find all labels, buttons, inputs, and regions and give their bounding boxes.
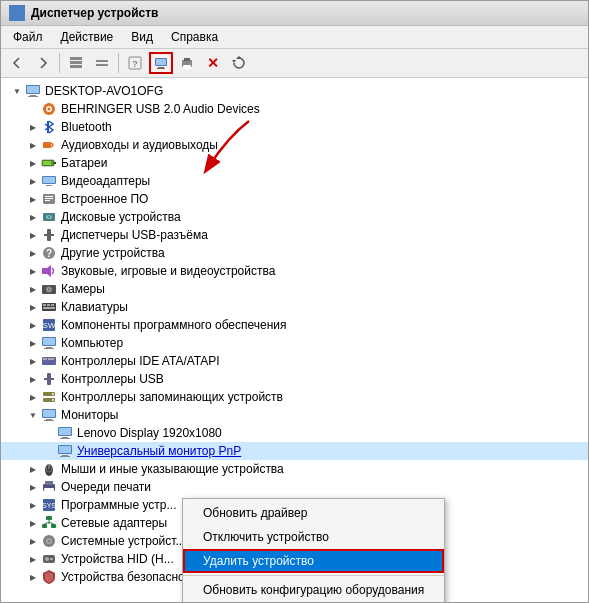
expand-network[interactable] xyxy=(25,515,41,531)
expand-prog[interactable] xyxy=(25,497,41,513)
svg-text:SYS: SYS xyxy=(42,502,56,509)
expand-print[interactable] xyxy=(25,479,41,495)
window-icon xyxy=(9,5,25,21)
ctx-uninstall-device[interactable]: Удалить устройство xyxy=(183,549,444,573)
print-button[interactable] xyxy=(175,52,199,74)
expand-hid[interactable] xyxy=(25,551,41,567)
tree-item-audio-ports[interactable]: Аудиовходы и аудиовыходы xyxy=(1,136,588,154)
menu-view[interactable]: Вид xyxy=(123,28,161,46)
tree-item-other[interactable]: ? Другие устройства xyxy=(1,244,588,262)
tree-item-disk[interactable]: Дисковые устройства xyxy=(1,208,588,226)
svg-rect-33 xyxy=(46,185,52,186)
svg-point-98 xyxy=(48,540,51,543)
expand-disk[interactable] xyxy=(25,209,41,225)
tree-item-firmware[interactable]: Встроенное ПО xyxy=(1,190,588,208)
tree-item-mice[interactable]: Мыши и иные указывающие устройства xyxy=(1,460,588,478)
ctx-scan-hw[interactable]: Обновить конфигурацию оборудования xyxy=(183,578,444,602)
tree-item-bluetooth[interactable]: Bluetooth xyxy=(1,118,588,136)
tree-item-cameras[interactable]: Камеры xyxy=(1,280,588,298)
svg-text:SW: SW xyxy=(43,321,56,330)
svg-rect-13 xyxy=(156,59,166,65)
expand-audio-ports[interactable] xyxy=(25,137,41,153)
universal-label: Универсальный монитор PnP xyxy=(77,444,588,458)
expand-ide[interactable] xyxy=(25,353,41,369)
update-button[interactable] xyxy=(227,52,251,74)
ctx-update-driver[interactable]: Обновить драйвер xyxy=(183,501,444,525)
tree-item-print[interactable]: Очереди печати xyxy=(1,478,588,496)
expand-usb-ctrl[interactable] xyxy=(25,227,41,243)
expand-monitors[interactable] xyxy=(25,407,41,423)
disk-icon xyxy=(41,209,57,225)
back-button[interactable] xyxy=(5,52,29,74)
keyboards-label: Клавиатуры xyxy=(61,300,588,314)
tree-item-batteries[interactable]: Батареи xyxy=(1,154,588,172)
svg-rect-12 xyxy=(157,68,165,69)
display-computer-button[interactable] xyxy=(149,52,173,74)
forward-button[interactable] xyxy=(31,52,55,74)
computer-icon xyxy=(25,83,41,99)
expand-batteries[interactable] xyxy=(25,155,41,171)
svg-text:?: ? xyxy=(132,59,138,69)
storage-label: Контроллеры запоминающих устройств xyxy=(61,390,588,404)
storage-icon xyxy=(41,389,57,405)
svg-rect-87 xyxy=(44,488,54,492)
expand-keyboards[interactable] xyxy=(25,299,41,315)
svg-rect-52 xyxy=(47,304,50,306)
sw-label: Компоненты программного обеспечения xyxy=(61,318,588,332)
cameras-label: Камеры xyxy=(61,282,588,296)
expand-storage[interactable] xyxy=(25,389,41,405)
tree-item-sound[interactable]: Звуковые, игровые и видеоустройства xyxy=(1,262,588,280)
help-button[interactable]: ? xyxy=(123,52,147,74)
svg-rect-59 xyxy=(46,347,52,348)
svg-point-40 xyxy=(48,216,50,218)
tree-item-sw[interactable]: SW Компоненты программного обеспечения xyxy=(1,316,588,334)
expand-cameras[interactable] xyxy=(25,281,41,297)
expand-usb2[interactable] xyxy=(25,371,41,387)
svg-rect-73 xyxy=(44,420,54,421)
svg-rect-54 xyxy=(43,307,55,309)
expand-firmware[interactable] xyxy=(25,191,41,207)
collapse-button[interactable] xyxy=(90,52,114,74)
expand-security[interactable] xyxy=(25,569,41,585)
mice-label: Мыши и иные указывающие устройства xyxy=(61,462,588,476)
menu-file[interactable]: Файл xyxy=(5,28,51,46)
expand-system[interactable] xyxy=(25,533,41,549)
ctx-disable-device[interactable]: Отключить устройство xyxy=(183,525,444,549)
ctx-sep-1 xyxy=(183,575,444,576)
sound-icon xyxy=(41,263,57,279)
svg-text:?: ? xyxy=(46,248,52,259)
expand-computer[interactable] xyxy=(25,335,41,351)
tree-item-usb2[interactable]: Контроллеры USB xyxy=(1,370,588,388)
bluetooth-icon xyxy=(41,119,57,135)
tree-item-lenovo[interactable]: Lenovo Display 1920x1080 xyxy=(1,424,588,442)
svg-rect-79 xyxy=(59,446,71,453)
tree-item-storage[interactable]: Контроллеры запоминающих устройств xyxy=(1,388,588,406)
tree-item-keyboards[interactable]: Клавиатуры xyxy=(1,298,588,316)
expand-mice[interactable] xyxy=(25,461,41,477)
svg-point-100 xyxy=(45,557,49,561)
tree-item-ide[interactable]: Контроллеры IDE ATA/ATAPI xyxy=(1,352,588,370)
expand-video[interactable] xyxy=(25,173,41,189)
tree-item-behringer[interactable]: BEHRINGER USB 2.0 Audio Devices xyxy=(1,100,588,118)
svg-marker-17 xyxy=(236,56,242,59)
menu-action[interactable]: Действие xyxy=(53,28,122,46)
menu-bar: Файл Действие Вид Справка xyxy=(1,26,588,49)
expand-sw[interactable] xyxy=(25,317,41,333)
tree-item-computer[interactable]: Компьютер xyxy=(1,334,588,352)
tree-item-video[interactable]: Видеоадаптеры xyxy=(1,172,588,190)
tree-item-monitors[interactable]: Мониторы xyxy=(1,406,588,424)
tree-item-usb-ctrl[interactable]: Диспетчеры USB-разъёма xyxy=(1,226,588,244)
delete-button[interactable]: ✕ xyxy=(201,52,225,74)
expand-bluetooth[interactable] xyxy=(25,119,41,135)
svg-rect-75 xyxy=(59,428,71,435)
svg-rect-81 xyxy=(60,456,70,457)
expand-other[interactable] xyxy=(25,245,41,261)
usb2-label: Контроллеры USB xyxy=(61,372,588,386)
expand-button[interactable] xyxy=(64,52,88,74)
expand-sound[interactable] xyxy=(25,263,41,279)
computer2-icon xyxy=(41,335,57,351)
tree-item-universal[interactable]: Универсальный монитор PnP xyxy=(1,442,588,460)
menu-help[interactable]: Справка xyxy=(163,28,226,46)
expand-root[interactable] xyxy=(9,83,25,99)
tree-item-root[interactable]: DESKTOP-AVO1OFG xyxy=(1,82,588,100)
